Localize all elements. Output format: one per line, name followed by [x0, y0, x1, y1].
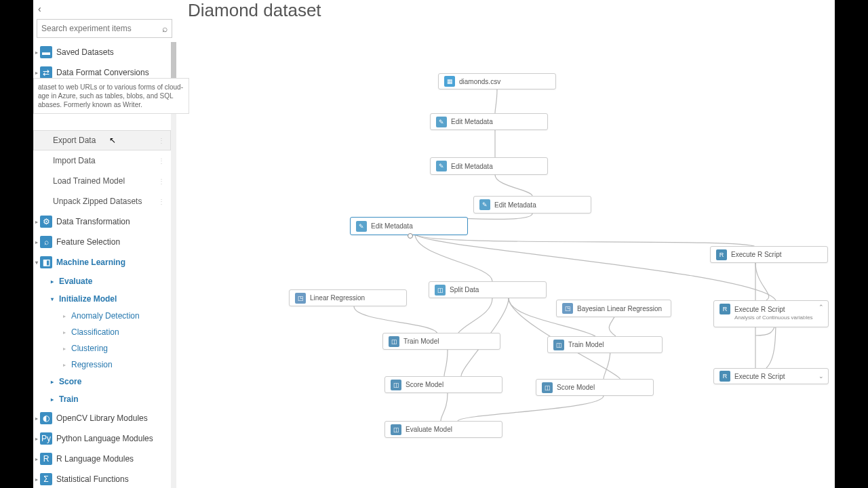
- node-score-1[interactable]: ◫Score Model: [384, 376, 502, 393]
- node-label: Train Model: [568, 341, 604, 348]
- node-edit-meta-1[interactable]: ✎Edit Metadata: [430, 113, 548, 130]
- search-input[interactable]: [41, 24, 162, 33]
- node-label: Edit Metadata: [451, 163, 493, 170]
- node-label: Edit Metadata: [451, 118, 493, 125]
- cat-label: Data Transformation: [56, 217, 130, 226]
- node-edit-meta-3[interactable]: ✎Edit Metadata: [473, 196, 591, 214]
- r-icon: R: [719, 304, 730, 314]
- cat-r[interactable]: ▸RR Language Modules: [33, 449, 171, 469]
- node-label: Score Model: [406, 381, 443, 388]
- node-label: Linear Regression: [310, 294, 365, 302]
- node-label: Execute R Script: [731, 251, 781, 258]
- mod-load-trained[interactable]: Load Trained Model⋮: [33, 171, 171, 191]
- transform-icon: ⚙: [40, 216, 52, 228]
- cat-label: Feature Selection: [56, 237, 120, 247]
- meta-icon: ✎: [436, 117, 447, 127]
- score-icon: ◫: [542, 382, 553, 393]
- chevron-up-icon[interactable]: ⌃: [818, 304, 824, 310]
- dataset-icon: ▦: [444, 76, 455, 87]
- feature-icon: ⌕: [40, 236, 52, 248]
- score-icon: ◫: [391, 380, 401, 390]
- node-sublabel: Analysis of Continuous variables: [734, 314, 813, 321]
- mod-label: Unpack Zipped Datasets: [53, 197, 142, 206]
- py-icon: Py: [40, 432, 52, 445]
- node-score-2[interactable]: ◫Score Model: [536, 379, 654, 396]
- node-evaluate[interactable]: ◫Evaluate Model: [384, 421, 502, 438]
- chevron-down-icon[interactable]: ⌄: [818, 373, 824, 380]
- mod-label: Import Data: [53, 156, 96, 165]
- split-icon: ◫: [435, 285, 446, 296]
- search-icon[interactable]: ⌕: [162, 23, 167, 34]
- mod-label: Export Data: [53, 136, 96, 145]
- node-label: Edit Metadata: [371, 222, 413, 230]
- sub-label: Train: [59, 394, 79, 404]
- mod-label: Load Trained Model: [53, 176, 125, 186]
- node-label: Edit Metadata: [494, 201, 536, 209]
- cv-icon: ◐: [40, 412, 52, 424]
- meta-icon: ✎: [356, 221, 367, 232]
- chevron-left-icon[interactable]: ‹: [38, 3, 41, 14]
- train-icon: ◫: [389, 336, 399, 347]
- sub-label: Score: [59, 377, 81, 386]
- drag-icon: ⋮: [158, 198, 165, 205]
- alg-icon: ◳: [562, 303, 573, 314]
- cat-label: Data Format Conversions: [56, 68, 149, 77]
- subsub-label: Classification: [71, 327, 119, 337]
- node-rscript-3[interactable]: RExecute R Script⌄: [713, 368, 829, 384]
- r-icon: R: [40, 453, 52, 465]
- r-icon: R: [716, 249, 727, 260]
- cat-label: OpenCV Library Modules: [56, 413, 148, 423]
- cat-saved-datasets[interactable]: ▸▬Saved Datasets: [33, 42, 171, 62]
- node-label: diamonds.csv: [459, 78, 500, 85]
- cat-feature-sel[interactable]: ▸⌕Feature Selection: [33, 232, 171, 252]
- ml-initialize[interactable]: ▾Initialize Model: [33, 290, 171, 308]
- ml-evaluate[interactable]: ▸Evaluate: [33, 272, 171, 290]
- init-clustering[interactable]: ▸Clustering: [33, 340, 171, 357]
- mod-export-data[interactable]: Export Data⋮: [33, 130, 171, 150]
- canvas[interactable]: ▦diamonds.csv ✎Edit Metadata ✎Edit Metad…: [176, 0, 835, 488]
- sigma-icon: Σ: [40, 473, 52, 485]
- init-anomaly[interactable]: ▸Anomaly Detection: [33, 308, 171, 324]
- init-classification[interactable]: ▸Classification: [33, 324, 171, 340]
- cat-label: Python Language Modules: [56, 434, 153, 443]
- eval-icon: ◫: [391, 424, 401, 435]
- init-regression[interactable]: ▸Regression: [33, 357, 171, 373]
- cat-python[interactable]: ▸PyPython Language Modules: [33, 428, 171, 449]
- ml-score[interactable]: ▸Score: [33, 373, 171, 390]
- output-port[interactable]: [408, 233, 413, 239]
- tooltip: ataset to web URLs or to various forms o…: [33, 78, 189, 114]
- drag-icon: ⋮: [158, 157, 165, 165]
- node-train-1[interactable]: ◫Train Model: [382, 333, 500, 350]
- node-rscript-2[interactable]: RExecute R Script Analysis of Continuous…: [713, 300, 829, 327]
- node-split[interactable]: ◫Split Data: [429, 281, 547, 298]
- subsub-label: Regression: [71, 360, 113, 369]
- node-label: Execute R Script: [734, 306, 785, 313]
- node-label: Bayesian Linear Regression: [577, 305, 662, 312]
- sub-label: Initialize Model: [59, 294, 117, 304]
- subsub-label: Clustering: [71, 344, 108, 353]
- node-dataset[interactable]: ▦diamonds.csv: [438, 73, 556, 89]
- cat-machine-learning[interactable]: ▾◧Machine Learning: [33, 252, 171, 272]
- cat-label: R Language Modules: [56, 454, 134, 464]
- drag-icon: ⋮: [158, 137, 165, 144]
- node-linreg[interactable]: ◳Linear Regression: [289, 289, 407, 306]
- cat-stats[interactable]: ▸ΣStatistical Functions: [33, 469, 171, 488]
- node-label: Split Data: [450, 286, 479, 293]
- node-edit-meta-4[interactable]: ✎Edit Metadata: [350, 217, 468, 235]
- train-icon: ◫: [553, 340, 564, 350]
- ml-train[interactable]: ▸Train: [33, 390, 171, 408]
- node-rscript-1[interactable]: RExecute R Script: [710, 246, 828, 263]
- cat-label: Machine Learning: [56, 258, 125, 267]
- node-bayes[interactable]: ◳Bayesian Linear Regression: [556, 300, 671, 317]
- mod-unpack-zip[interactable]: Unpack Zipped Datasets⋮: [33, 191, 171, 211]
- scrollbar-thumb[interactable]: [171, 42, 176, 79]
- node-edit-meta-2[interactable]: ✎Edit Metadata: [430, 157, 548, 175]
- node-label: Score Model: [557, 384, 595, 391]
- node-train-2[interactable]: ◫Train Model: [547, 336, 663, 353]
- mod-import-data[interactable]: Import Data⋮: [33, 150, 171, 171]
- cat-data-transform[interactable]: ▸⚙Data Transformation: [33, 211, 171, 232]
- r-icon: R: [719, 371, 730, 382]
- node-label: Train Model: [403, 338, 439, 345]
- ml-icon: ◧: [40, 256, 52, 268]
- cat-opencv[interactable]: ▸◐OpenCV Library Modules: [33, 408, 171, 428]
